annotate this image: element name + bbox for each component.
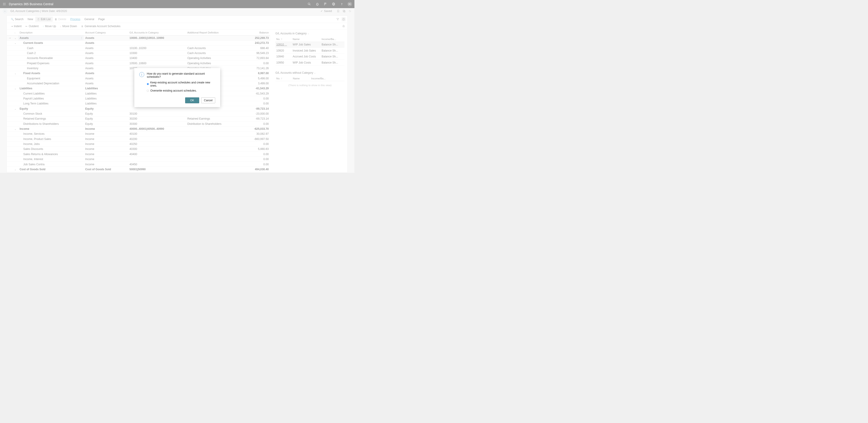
radio-overwrite[interactable] xyxy=(147,90,149,92)
option-overwrite[interactable]: Overwrite existing account schedules. xyxy=(147,89,215,92)
dialog-message: How do you want to generate standard acc… xyxy=(147,72,215,79)
dialog-buttons: OK Cancel xyxy=(139,97,215,103)
ok-button[interactable]: OK xyxy=(185,97,199,103)
cancel-button[interactable]: Cancel xyxy=(202,97,215,103)
option-keep-label: Keep existing account schedules and crea… xyxy=(150,81,215,87)
generate-schedules-dialog: i How do you want to generate standard a… xyxy=(134,68,220,107)
radio-keep-existing[interactable] xyxy=(147,83,149,85)
option-overwrite-label: Overwrite existing account schedules. xyxy=(150,89,197,92)
option-keep-existing[interactable]: Keep existing account schedules and crea… xyxy=(147,81,215,87)
info-icon: i xyxy=(139,72,144,77)
